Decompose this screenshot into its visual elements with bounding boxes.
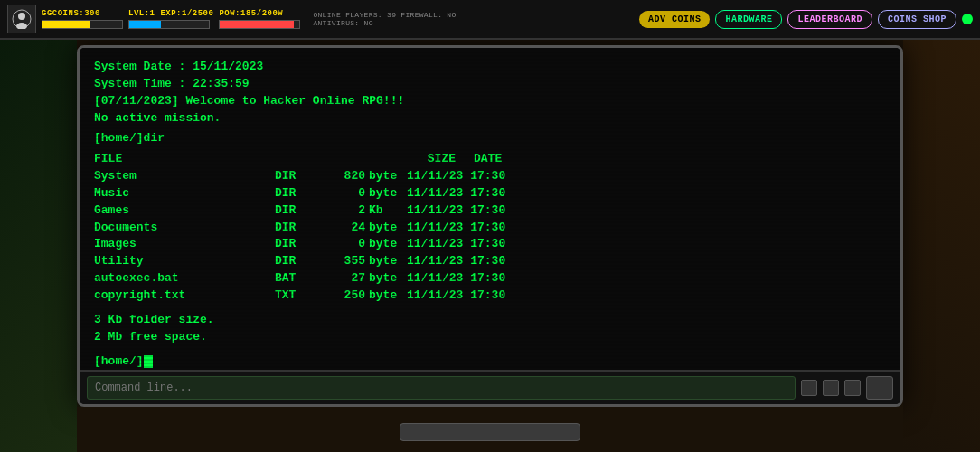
table-row: Documents DIR 24byte 11/11/23 17:30 bbox=[94, 220, 886, 237]
file-table-header: FILESIZEDATE bbox=[94, 151, 886, 168]
hardware-button[interactable]: HARDWARE bbox=[715, 10, 782, 29]
cmd-btn-1[interactable] bbox=[801, 380, 817, 396]
hud-left-section: GGCOINS:300 LVL:1 EXP:1/2500 POW:185/200… bbox=[7, 5, 632, 33]
cmd-btn-3[interactable] bbox=[844, 380, 861, 396]
terminal-mission-line: No active mission. bbox=[94, 110, 886, 127]
coins-stat-block: GGCOINS:300 bbox=[42, 9, 123, 29]
side-decoration-right bbox=[903, 40, 980, 452]
table-row: Games DIR 2Kb 11/11/23 17:30 bbox=[94, 202, 886, 220]
monitor-base bbox=[400, 423, 580, 441]
terminal-screen: System Date : 15/11/2023 System Time : 2… bbox=[80, 48, 900, 370]
cmd-btn-large[interactable] bbox=[866, 376, 893, 400]
hud-right-section: ADV COINS HARDWARE LEADERBOARD COINS SHO… bbox=[639, 10, 973, 29]
table-row: autoexec.bat BAT 27byte 11/11/23 17:30 bbox=[94, 270, 886, 287]
table-row: copyright.txt TXT 250byte 11/11/23 17:30 bbox=[94, 287, 886, 305]
terminal-date-line: System Date : 15/11/2023 bbox=[94, 59, 886, 76]
terminal-time-line: System Time : 22:35:59 bbox=[94, 76, 886, 93]
monitor: System Date : 15/11/2023 System Time : 2… bbox=[77, 45, 903, 407]
pow-bar bbox=[219, 20, 300, 29]
leaderboard-button[interactable]: LEADERBOARD bbox=[787, 10, 872, 29]
table-row: Music DIR 0byte 11/11/23 17:30 bbox=[94, 185, 886, 202]
online-status-dot bbox=[962, 14, 973, 24]
terminal-cursor bbox=[144, 355, 153, 368]
file-table: FILESIZEDATE System DIR 820byte 11/11/23… bbox=[94, 151, 886, 305]
exp-label: LVL:1 EXP:1/2500 bbox=[128, 9, 213, 18]
monitor-stand-area bbox=[77, 407, 903, 452]
pow-stat-block: POW:185/200W bbox=[219, 9, 300, 29]
command-input[interactable] bbox=[87, 376, 796, 400]
pow-bar-fill bbox=[220, 21, 293, 28]
cmd-btn-2[interactable] bbox=[823, 380, 839, 396]
coins-shop-button[interactable]: COINS SHOP bbox=[878, 10, 956, 29]
terminal-dir-command: [home/]dir bbox=[94, 130, 886, 147]
hud-info-line2: ANTIVIRUS: NO bbox=[313, 19, 456, 27]
hud-info-line1: ONLINE PLAYERS: 39 FIREWALL: NO bbox=[313, 11, 456, 19]
coins-label: GGCOINS:300 bbox=[42, 9, 123, 18]
terminal-folder-size: 3 Kb folder size. bbox=[94, 312, 886, 329]
adv-coins-button[interactable]: ADV COINS bbox=[639, 11, 711, 28]
side-decoration-left bbox=[0, 40, 77, 452]
coins-bar bbox=[42, 20, 123, 29]
command-bar bbox=[80, 370, 900, 404]
exp-bar bbox=[128, 20, 210, 29]
file-rows-container: System DIR 820byte 11/11/23 17:30Music D… bbox=[94, 168, 886, 305]
terminal-free-space: 2 Mb free space. bbox=[94, 329, 886, 346]
table-row: Images DIR 0byte 11/11/23 17:30 bbox=[94, 236, 886, 253]
terminal-prompt-line: [home/] bbox=[94, 353, 886, 371]
hud-logo bbox=[7, 5, 36, 33]
terminal-prompt-text: [home/] bbox=[94, 354, 144, 368]
svg-point-1 bbox=[18, 13, 25, 20]
terminal-welcome-line: [07/11/2023] Welcome to Hacker Online RP… bbox=[94, 93, 886, 110]
exp-bar-fill bbox=[129, 21, 161, 28]
top-hud: GGCOINS:300 LVL:1 EXP:1/2500 POW:185/200… bbox=[0, 0, 980, 40]
hud-info-block: ONLINE PLAYERS: 39 FIREWALL: NO ANTIVIRU… bbox=[313, 11, 456, 27]
table-row: System DIR 820byte 11/11/23 17:30 bbox=[94, 168, 886, 185]
coins-bar-fill bbox=[42, 21, 90, 28]
exp-stat-block: LVL:1 EXP:1/2500 bbox=[128, 9, 213, 29]
pow-label: POW:185/200W bbox=[219, 9, 300, 18]
table-row: Utility DIR 355byte 11/11/23 17:30 bbox=[94, 253, 886, 270]
